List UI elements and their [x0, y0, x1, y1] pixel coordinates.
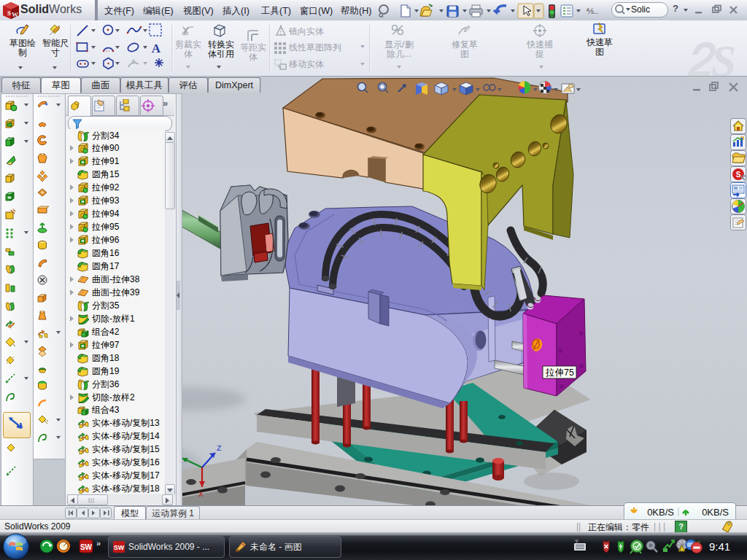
svg-text:⅍..: ⅍.. — [586, 7, 598, 15]
svg-text:SW: SW — [80, 543, 93, 551]
svg-text:字: 字 — [575, 539, 578, 543]
svg-text:S: S — [7, 9, 11, 17]
svg-text:X: X — [198, 490, 204, 499]
svg-text:S: S — [736, 171, 741, 179]
svg-text:!: ! — [680, 547, 681, 552]
svg-text:W: W — [12, 11, 18, 18]
svg-text:Z: Z — [217, 444, 222, 453]
svg-text:»: » — [96, 539, 101, 548]
svg-text:A: A — [152, 42, 161, 55]
svg-text:SW: SW — [114, 544, 125, 551]
svg-text:ᒿS: ᒿS — [686, 36, 736, 76]
svg-text:拉伸75: 拉伸75 — [545, 368, 574, 378]
svg-text:0KB/S: 0KB/S — [702, 507, 729, 518]
svg-text:0KB/S: 0KB/S — [647, 507, 674, 518]
